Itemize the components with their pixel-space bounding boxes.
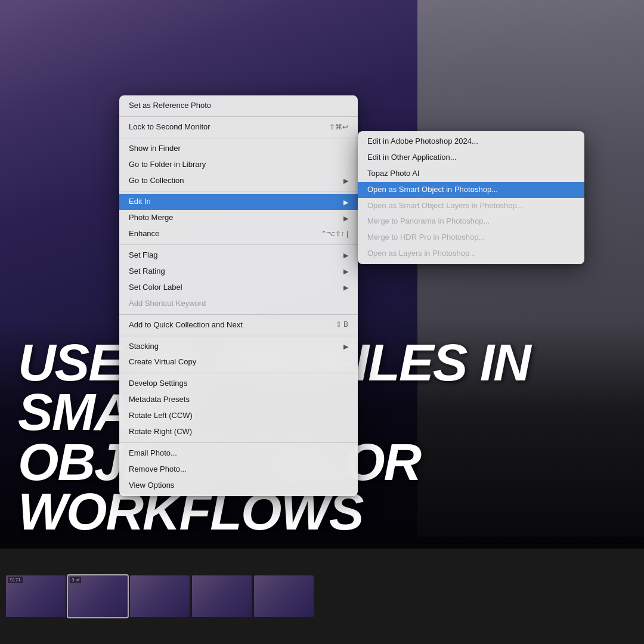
shortcut-enhance: ⌃⌥⇧↑ | xyxy=(321,230,348,239)
submenu-item-topaz[interactable]: Topaz Photo AI xyxy=(358,166,584,182)
arrow-photo-merge: ▶ xyxy=(343,214,348,222)
filmstrip-thumb-4[interactable] xyxy=(192,575,252,617)
menu-item-view-options[interactable]: View Options xyxy=(119,478,358,494)
submenu-item-open-smart-object[interactable]: Open as Smart Object in Photoshop... xyxy=(358,182,584,198)
filmstrip-thumb-5[interactable] xyxy=(254,575,314,617)
filmstrip: S171 3 of xyxy=(0,549,644,644)
shortcut-quick-collection: ⇧ B xyxy=(336,320,348,330)
menu-item-go-to-folder[interactable]: Go to Folder in Library xyxy=(119,157,358,173)
separator-8 xyxy=(119,442,358,443)
filmstrip-thumb-2[interactable]: 3 of xyxy=(68,575,128,617)
thumb-image-5 xyxy=(254,575,314,617)
submenu-item-merge-hdr: Merge to HDR Pro in Photoshop... xyxy=(358,230,584,246)
menu-item-go-to-collection[interactable]: Go to Collection ▶ xyxy=(119,173,358,189)
arrow-set-rating: ▶ xyxy=(343,267,348,275)
menu-item-add-to-quick-collection[interactable]: Add to Quick Collection and Next ⇧ B xyxy=(119,317,358,333)
arrow-stacking: ▶ xyxy=(343,342,348,351)
menu-item-photo-merge[interactable]: Photo Merge ▶ xyxy=(119,210,358,226)
menu-item-stacking[interactable]: Stacking ▶ xyxy=(119,339,358,355)
menu-item-set-color-label[interactable]: Set Color Label ▶ xyxy=(119,280,358,296)
menu-item-rotate-left[interactable]: Rotate Left (CCW) xyxy=(119,408,358,424)
thumb-counter-1: S171 xyxy=(8,577,23,583)
menu-item-set-as-reference[interactable]: Set as Reference Photo xyxy=(119,98,358,114)
thumb-image-4 xyxy=(192,575,252,617)
menu-item-set-flag[interactable]: Set Flag ▶ xyxy=(119,247,358,264)
menu-item-enhance[interactable]: Enhance ⌃⌥⇧↑ | xyxy=(119,226,358,242)
filmstrip-thumb-1[interactable]: S171 xyxy=(6,575,66,617)
menu-item-email-photo[interactable]: Email Photo... xyxy=(119,445,358,462)
shortcut-lock: ⇧⌘↩ xyxy=(329,123,348,132)
menu-item-create-virtual-copy[interactable]: Create Virtual Copy xyxy=(119,354,358,370)
menu-item-develop-settings[interactable]: Develop Settings xyxy=(119,376,358,392)
thumb-image-3 xyxy=(130,575,190,617)
menu-item-set-rating[interactable]: Set Rating ▶ xyxy=(119,264,358,280)
arrow-edit-in: ▶ xyxy=(343,198,348,206)
arrow-set-color-label: ▶ xyxy=(343,283,348,292)
separator-7 xyxy=(119,373,358,373)
submenu-item-open-smart-object-layers: Open as Smart Object Layers in Photoshop… xyxy=(358,198,584,214)
menu-item-add-shortcut-keyword: Add Shortcut Keyword xyxy=(119,296,358,312)
separator-1 xyxy=(119,116,358,117)
submenu-item-open-as-layers: Open as Layers in Photoshop... xyxy=(358,246,584,262)
thumb-counter-2: 3 of xyxy=(70,577,81,583)
submenu-item-merge-panorama: Merge to Panorama in Photoshop... xyxy=(358,213,584,230)
submenu-item-edit-photoshop[interactable]: Edit in Adobe Photoshop 2024... xyxy=(358,134,584,150)
arrow-set-flag: ▶ xyxy=(343,251,348,259)
submenu-item-edit-other[interactable]: Edit in Other Application... xyxy=(358,150,584,166)
menu-item-show-in-finder[interactable]: Show in Finder xyxy=(119,141,358,157)
separator-5 xyxy=(119,314,358,315)
menu-item-metadata-presets[interactable]: Metadata Presets xyxy=(119,392,358,408)
menu-item-remove-photo[interactable]: Remove Photo... xyxy=(119,462,358,478)
separator-3 xyxy=(119,191,358,191)
menu-item-rotate-right[interactable]: Rotate Right (CW) xyxy=(119,424,358,440)
menu-item-lock-second-monitor[interactable]: Lock to Second Monitor ⇧⌘↩ xyxy=(119,119,358,135)
arrow-go-to-collection: ▶ xyxy=(343,177,348,185)
context-menu: Set as Reference Photo Lock to Second Mo… xyxy=(119,95,358,496)
filmstrip-thumb-3[interactable] xyxy=(130,575,190,617)
submenu-edit-in: Edit in Adobe Photoshop 2024... Edit in … xyxy=(358,131,584,264)
separator-2 xyxy=(119,138,358,138)
menu-item-edit-in[interactable]: Edit In ▶ xyxy=(119,194,358,210)
separator-4 xyxy=(119,244,358,245)
separator-6 xyxy=(119,336,358,336)
